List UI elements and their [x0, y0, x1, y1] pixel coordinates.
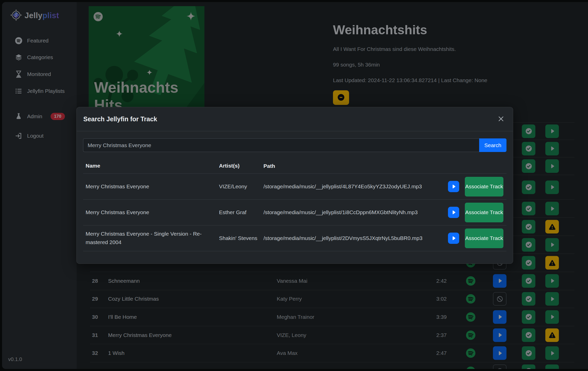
search-result-row: Merry Christmas EveryoneEsther Graf/stor…: [83, 200, 506, 225]
search-result-row: Merry Christmas Everyone - Single Versio…: [83, 225, 506, 251]
search-jellyfin-modal: Search Jellyfin for Track Search NameArt…: [76, 107, 513, 264]
preview-play-button[interactable]: [448, 207, 459, 218]
column-header-artists: Artist(s): [219, 162, 263, 170]
close-icon[interactable]: [497, 115, 505, 124]
result-artist: Shakin' Stevens: [219, 234, 263, 243]
search-results-table: NameArtist(s)PathMerry Christmas Everyon…: [83, 158, 506, 251]
result-path: /storage/media/music/__jellyplist/1i8CcD…: [263, 209, 444, 215]
modal-title: Search Jellyfin for Track: [83, 115, 157, 123]
search-button[interactable]: Search: [479, 138, 506, 152]
search-result-row: Merry Christmas EveryoneVIZE/Leony/stora…: [83, 174, 506, 200]
x-icon: [498, 115, 504, 123]
modal-header: Search Jellyfin for Track: [77, 107, 513, 131]
result-path: /storage/media/music/__jellyplist/2DVmys…: [263, 235, 444, 241]
result-artist: Esther Graf: [219, 208, 263, 217]
associate-track-button[interactable]: Associate Track: [465, 228, 503, 248]
result-name: Merry Christmas Everyone: [83, 208, 219, 217]
result-artist: VIZE/Leony: [219, 182, 263, 191]
column-header-path: Path: [263, 163, 444, 169]
associate-track-button[interactable]: Associate Track: [465, 177, 503, 197]
app-root: 28SchneemannVanessa Mai2:4229Cozy Little…: [0, 0, 588, 371]
result-name: Merry Christmas Everyone - Single Versio…: [83, 230, 219, 246]
associate-track-button[interactable]: Associate Track: [465, 203, 503, 222]
track-search-group: Search: [83, 138, 506, 152]
preview-play-button[interactable]: [448, 181, 459, 192]
results-header-row: NameArtist(s)Path: [83, 158, 506, 174]
column-header-name: Name: [83, 162, 219, 170]
result-path: /storage/media/music/__jellyplist/4L87Y4…: [263, 183, 444, 190]
preview-play-button[interactable]: [448, 233, 459, 244]
modal-body: Search NameArtist(s)PathMerry Christmas …: [77, 131, 513, 251]
track-search-input[interactable]: [83, 138, 479, 152]
result-name: Merry Christmas Everyone: [83, 182, 219, 191]
